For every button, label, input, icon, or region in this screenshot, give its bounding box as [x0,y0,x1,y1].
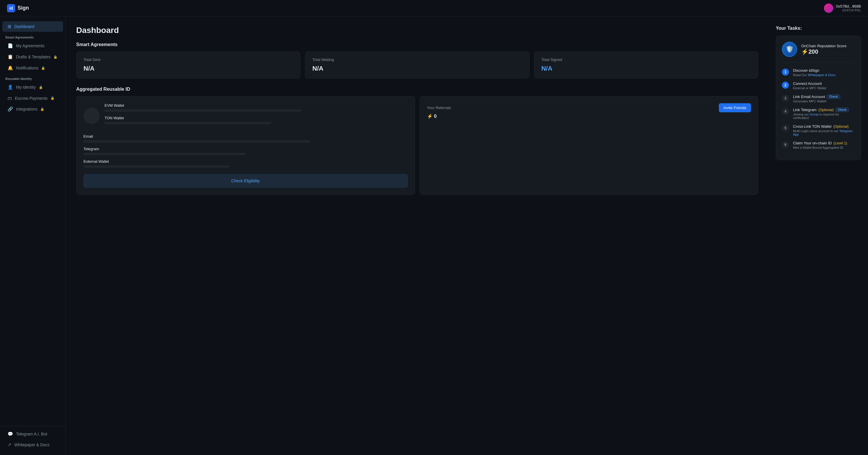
aggregated-section: EVM Wallet TON Wallet Email Telegram [76,96,758,195]
sidebar-item-label: Integrations [16,107,37,111]
stats-grid: Total Sent N/A Total Waiting N/A Total S… [76,51,758,78]
lock-icon: 🔒 [54,55,58,59]
task-name-6: Claim Your on-chain ID (Level 1) [793,141,847,145]
task-name-1: Discover idSign [793,68,836,73]
referrals-label: Your Referrals [427,106,451,110]
sidebar-item-label: Notifications [16,66,38,70]
referrals-header: Your Referrals Invite Friends [427,103,751,112]
ton-wallet-field: TON Wallet [104,116,408,124]
task-number-1: 1 [782,69,789,75]
task-name-2: Connect Account [793,82,826,86]
sidebar-item-integrations[interactable]: 🔗 Integrations 🔒 [2,104,63,114]
stat-value-signed: N/A [541,65,751,72]
external-wallet-field: External Wallet [84,159,408,168]
aggregated-id-title: Aggregated Reusable ID [76,87,758,92]
sidebar-item-notifications[interactable]: 🔔 Notifications 🔒 [2,63,63,73]
ton-wallet-bar [104,122,271,124]
user-address: 0x57Bd...968B [836,4,861,8]
task-name-4: Link Telegram (Optional) Check [793,108,855,112]
id-fields: EVM Wallet TON Wallet [104,103,408,128]
evm-wallet-field: EVM Wallet [104,103,408,112]
sidebar-item-my-identity[interactable]: 👤 My Identity 🔒 [2,82,63,93]
stat-card-waiting: Total Waiting N/A [305,51,529,78]
task-number-4: 4 [782,108,789,115]
stat-card-sent: Total Sent N/A [76,51,300,78]
stat-value-sent: N/A [84,65,293,72]
telegram-label: Telegram [84,147,408,151]
email-label: Email [84,134,408,138]
ton-wallet-label: TON Wallet [104,116,408,120]
sidebar-bottom: 💬 Telegram A.I. Bot ↗ Whitepaper & Docs [0,426,65,450]
task-name-3: Link Email Account Check [793,95,840,99]
referral-count: ⚡ 0 [427,113,751,119]
task-desc-4: Joining our Group is required for verifi… [793,112,855,120]
invite-friends-button[interactable]: Invite Friends [719,103,751,112]
chat-icon: 💬 [8,431,13,436]
external-wallet-bar [84,165,229,168]
smart-agreements-label: Smart Agreements [0,32,65,40]
sidebar-item-label: Telegram A.I. Bot [16,432,47,436]
task-number-2: 2 [782,82,789,89]
check-badge-4[interactable]: Check [835,108,849,112]
sidebar-item-drafts-templates[interactable]: 📋 Drafts & Templates 🔒 [2,52,63,62]
task-content-4: Link Telegram (Optional) Check Joining o… [793,108,855,120]
lightning-icon: ⚡ [427,114,433,119]
task-item-4: 4 Link Telegram (Optional) Check Joining… [782,108,855,120]
task-number-5: 5 [782,125,789,132]
sidebar-item-label: My Agreements [16,43,44,48]
reputation-info: OnChain Reputation Score ⚡200 [801,44,846,55]
telegram-field: Telegram [84,147,408,155]
task-content-6: Claim Your on-chain ID (Level 1) Mint a … [793,141,847,149]
task-item-5: 5 Cross-Link TON Wallet (Optional) Multi… [782,124,855,136]
email-field: Email [84,134,408,142]
task-desc-1: Read Our Whitepaper & Docs [793,73,836,77]
referrals-card: Your Referrals Invite Friends ⚡ 0 [420,96,758,195]
avatar [824,3,833,13]
sidebar-item-my-agreements[interactable]: 📄 My Agreements [2,40,63,51]
task-item-1: 1 Discover idSign Read Our Whitepaper & … [782,68,855,77]
tasks-card: 🛡️ OnChain Reputation Score ⚡200 1 Disco… [776,36,861,160]
escrow-icon: 🗃 [8,96,12,101]
topbar: id Sign 0x57Bd...968B 19.8714 POL [0,0,868,16]
logo-icon: id [7,4,15,12]
page-title: Dashboard [76,26,758,35]
grid-icon: ⊞ [8,24,11,29]
user-info[interactable]: 0x57Bd...968B 19.8714 POL [824,3,861,13]
optional-badge-4: (Optional) [818,108,834,112]
task-name-5: Cross-Link TON Wallet (Optional) [793,124,855,129]
external-link-icon: ↗ [8,442,11,447]
lock-icon: 🔒 [41,66,45,70]
email-bar [84,140,310,142]
sidebar-item-escrow-payments[interactable]: 🗃 Escrow Payments 🔒 [2,93,63,103]
external-wallet-label: External Wallet [84,159,408,164]
check-badge-3[interactable]: Check [827,95,840,99]
check-eligibility-button[interactable]: Check Eligibility [84,174,408,188]
task-item-6: 6 Claim Your on-chain ID (Level 1) Mint … [782,141,855,149]
document-icon: 📄 [8,43,13,48]
score-value: 200 [808,48,818,55]
referral-number: 0 [434,114,437,119]
main-layout: ⊞ Dashboard Smart Agreements 📄 My Agreem… [0,16,868,455]
telegram-app-link[interactable]: Telegram App [793,129,852,136]
sidebar: ⊞ Dashboard Smart Agreements 📄 My Agreem… [0,16,66,455]
sidebar-item-whitepaper[interactable]: ↗ Whitepaper & Docs [2,440,63,450]
bell-icon: 🔔 [8,65,13,71]
sidebar-item-label: Escrow Payments [15,96,48,101]
group-link[interactable]: Group [810,112,819,116]
score-lightning-icon: ⚡ [801,48,808,55]
lock-icon: 🔒 [40,107,44,111]
whitepaper-link[interactable]: Whitepaper & Docs [808,73,836,77]
reusable-identity-label: Reusable Identity [0,73,65,82]
task-content-2: Connect Account External or MPC Wallet [793,82,826,90]
sidebar-item-telegram-bot[interactable]: 💬 Telegram A.I. Bot [2,429,63,439]
sidebar-item-dashboard[interactable]: ⊞ Dashboard [2,21,63,32]
logo-text: Sign [18,5,29,11]
tasks-panel: Your Tasks: 🛡️ OnChain Reputation Score … [769,16,868,455]
level-badge-6: (Level 1) [834,141,847,145]
lock-icon: 🔒 [39,86,43,89]
reputation-label: OnChain Reputation Score [801,44,846,48]
task-desc-3: Generates MPC Wallet! [793,99,840,103]
logo: id Sign [7,4,29,12]
user-icon: 👤 [8,85,13,90]
evm-wallet-label: EVM Wallet [104,103,408,108]
